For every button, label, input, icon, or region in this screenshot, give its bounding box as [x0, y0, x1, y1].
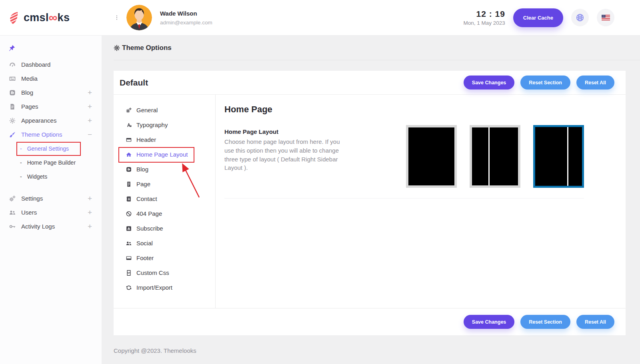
sidebar-item-theme-options[interactable]: Theme Options−: [0, 127, 102, 141]
ban-circle-icon: [126, 211, 132, 217]
gear-icon: [114, 45, 120, 51]
panel-menu-item-label: Typography: [136, 121, 168, 128]
panel-menu-item-typography[interactable]: Typography: [114, 117, 215, 132]
panel-header: Default Save ChangesReset SectionReset A…: [114, 71, 626, 95]
theme-options-panel: Default Save ChangesReset SectionReset A…: [114, 71, 626, 335]
panel-menu-item-label: Import/Export: [136, 284, 172, 291]
expand-toggle-icon[interactable]: +: [88, 195, 92, 202]
brand-name: cmsl∞ks: [24, 11, 70, 24]
app-header: cmsl∞ks Wade Wilson admin@example.com 12…: [0, 0, 640, 36]
panel-menu-item-custom-css[interactable]: Custom Css: [114, 265, 215, 280]
panel-menu-item-contact[interactable]: Contact: [114, 191, 215, 206]
field-description: Choose home page layout from here. If yo…: [224, 137, 346, 172]
dash-bullet: -: [20, 173, 22, 180]
leaf-icon: [8, 11, 20, 24]
panel-menu-item-import-export[interactable]: Import/Export: [114, 280, 215, 295]
sidebar: DashboardMediaBlog+Pages+Appearances+The…: [0, 36, 102, 364]
panel-menu-item-header[interactable]: Header: [114, 132, 215, 147]
dash-bullet: -: [20, 159, 22, 166]
palette-gear-icon: [9, 117, 16, 124]
field-label: Home Page Layout: [224, 128, 346, 135]
panel-menu-item-label: Page: [136, 181, 150, 187]
user-avatar[interactable]: [126, 5, 152, 30]
sidebar-item-activity-logs[interactable]: Activity Logs+: [0, 219, 102, 233]
speedometer-icon: [9, 61, 16, 68]
typography-a-icon: [126, 122, 132, 128]
layout-option-right-sidebar[interactable]: [533, 125, 584, 188]
panel-menu-item-blog[interactable]: Blog: [114, 162, 215, 177]
panel-menu-item-label: Custom Css: [136, 269, 169, 276]
sync-arrows-icon: [126, 284, 132, 291]
infinity-glyph: ∞: [49, 11, 58, 24]
sidebar-subitem-label: Widgets: [27, 173, 48, 180]
sidebar-toggle-dots-icon[interactable]: [114, 14, 120, 21]
expand-toggle-icon[interactable]: −: [88, 131, 92, 138]
sidebar-subitem-home-page-builder[interactable]: -Home Page Builder: [0, 155, 102, 169]
panel-menu-item-page[interactable]: Page: [114, 177, 215, 191]
save-changes-button[interactable]: Save Changes: [464, 76, 514, 90]
pushpin-icon[interactable]: [8, 44, 16, 52]
document-icon: [9, 103, 16, 110]
panel-title: Default: [120, 78, 148, 88]
panel-content: Home Page Home Page Layout Choose home p…: [216, 95, 626, 308]
main-area: Theme Options Default Save ChangesReset …: [102, 36, 640, 364]
expand-toggle-icon[interactable]: +: [88, 209, 92, 216]
layout-option-full-width[interactable]: [406, 125, 457, 188]
layout-divider: [488, 127, 490, 185]
panel-menu-item-404-page[interactable]: 404 Page: [114, 206, 215, 221]
sidebar-item-dashboard[interactable]: Dashboard: [0, 58, 102, 72]
us-flag-icon: [602, 15, 610, 20]
home-page-layout-field: Home Page Layout Choose home page layout…: [224, 125, 584, 199]
sidebar-item-blog[interactable]: Blog+: [0, 86, 102, 99]
panel-menu-item-footer[interactable]: Footer: [114, 251, 215, 265]
sidebar-subitem-widgets[interactable]: -Widgets: [0, 169, 102, 183]
expand-toggle-icon[interactable]: +: [88, 223, 92, 230]
sidebar-item-media[interactable]: Media: [0, 72, 102, 86]
clock: 12 : 19 Mon, 1 May 2023: [464, 9, 505, 26]
expand-toggle-icon[interactable]: +: [88, 89, 92, 96]
layout-option-left-sidebar[interactable]: [470, 125, 520, 188]
panel-menu-item-label: 404 Page: [136, 210, 162, 217]
reset-section-button[interactable]: Reset Section: [520, 76, 570, 90]
sidebar-subitem-label: General Settings: [27, 145, 69, 152]
clear-cache-button[interactable]: Clear Cache: [513, 8, 563, 27]
copyright-text: Copyright @2023. Themelooks: [102, 335, 640, 354]
sidebar-item-users[interactable]: Users+: [0, 205, 102, 219]
reset-all-button[interactable]: Reset All: [576, 76, 614, 90]
layout-options: [406, 125, 584, 188]
panel-menu-item-social[interactable]: Social: [114, 236, 215, 251]
content-title: Home Page: [224, 104, 584, 115]
panel-menu-item-label: General: [136, 107, 158, 113]
panel-menu-item-general[interactable]: General: [114, 103, 215, 117]
locale-flag-button[interactable]: [597, 9, 614, 26]
paintbrush-icon: [9, 131, 16, 138]
reset-all-button[interactable]: Reset All: [576, 315, 614, 329]
language-globe-button[interactable]: [571, 9, 589, 26]
sidebar-item-settings[interactable]: Settings+: [0, 191, 102, 205]
reset-section-button[interactable]: Reset Section: [520, 315, 570, 329]
save-changes-button[interactable]: Save Changes: [464, 315, 514, 329]
expand-toggle-icon[interactable]: +: [88, 103, 92, 110]
user-email: admin@example.com: [160, 20, 212, 26]
window-header-icon: [126, 137, 132, 143]
sidebar-item-appearances[interactable]: Appearances+: [0, 113, 102, 127]
css-file-icon: [126, 270, 132, 276]
users-group-icon: [126, 240, 132, 247]
gears-icon: [126, 107, 132, 113]
gears-icon: [9, 195, 16, 202]
sidebar-item-pages[interactable]: Pages+: [0, 99, 102, 113]
sidebar-subitem-general-settings[interactable]: -General Settings: [0, 141, 102, 155]
panel-menu-item-subscribe[interactable]: Subscribe: [114, 221, 215, 236]
sidebar-item-label: Appearances: [21, 117, 56, 124]
sidebar-item-label: Pages: [21, 103, 38, 110]
sidebar-subitem-label: Home Page Builder: [27, 159, 76, 166]
panel-menu-item-label: Footer: [136, 255, 154, 261]
eject-square-icon: [126, 225, 132, 232]
sidebar-item-label: Blog: [21, 89, 33, 96]
breadcrumb-label: Theme Options: [122, 44, 172, 52]
panel-footer: Save ChangesReset SectionReset All: [114, 308, 626, 335]
panel-menu-item-home-page-layout[interactable]: Home Page Layout: [114, 147, 215, 162]
expand-toggle-icon[interactable]: +: [88, 117, 92, 124]
brand-logo[interactable]: cmsl∞ks: [0, 11, 102, 24]
breadcrumb: Theme Options: [114, 36, 640, 60]
